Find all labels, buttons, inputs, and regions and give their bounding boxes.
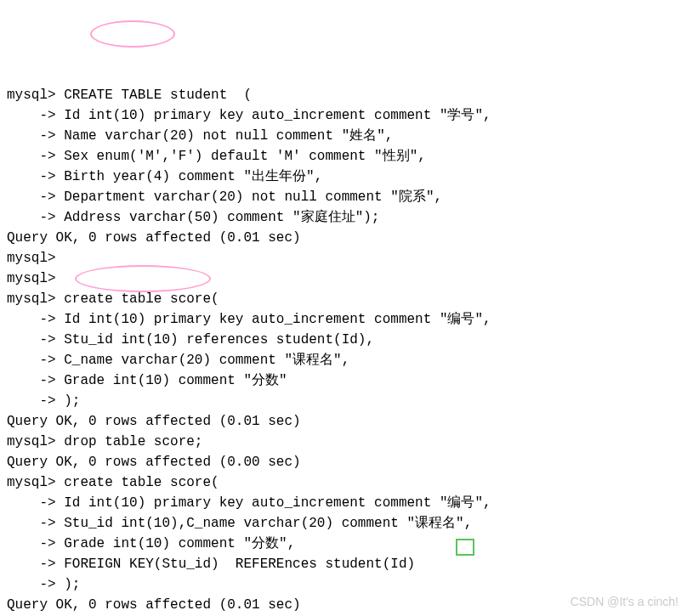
- terminal-line: mysql> create table score(: [7, 472, 680, 493]
- terminal-line: -> Sex enum('M','F') default 'M' comment…: [7, 146, 680, 167]
- terminal-line: -> Id int(10) primary key auto_increment…: [7, 105, 680, 126]
- terminal-line: mysql>: [7, 248, 680, 268]
- terminal-line: -> Address varchar(50) comment "家庭住址");: [7, 207, 680, 228]
- annotation-circle-1: [90, 20, 175, 48]
- terminal-line: -> Stu_id int(10) references student(Id)…: [7, 330, 680, 350]
- watermark: CSDN @It's a cinch!: [571, 593, 678, 611]
- terminal-line: -> Name varchar(20) not null comment "姓名…: [7, 126, 680, 146]
- terminal-line: -> FOREIGN KEY(Stu_id) REFEREnces studen…: [7, 554, 680, 574]
- terminal-line: -> );: [7, 574, 680, 595]
- terminal-line: -> Grade int(10) comment "分数",: [7, 534, 680, 554]
- terminal-output: mysql> CREATE TABLE student ( -> Id int(…: [7, 85, 680, 615]
- terminal-line: mysql>: [7, 268, 680, 289]
- terminal-line: -> Grade int(10) comment "分数": [7, 370, 680, 391]
- terminal-line: -> );: [7, 391, 680, 411]
- terminal-line: mysql> drop table score;: [7, 432, 680, 452]
- terminal-line: mysql> CREATE TABLE student (: [7, 85, 680, 105]
- terminal-line: Query OK, 0 rows affected (0.01 sec): [7, 228, 680, 248]
- terminal-line: Query OK, 0 rows affected (0.00 sec): [7, 452, 680, 472]
- terminal-line: Query OK, 0 rows affected (0.01 sec): [7, 411, 680, 432]
- terminal-line: mysql> create table score(: [7, 289, 680, 309]
- terminal-line: -> Id int(10) primary key auto_increment…: [7, 493, 680, 513]
- terminal-line: -> Id int(10) primary key auto_increment…: [7, 309, 680, 330]
- terminal-line: -> C_name varchar(20) comment "课程名",: [7, 350, 680, 370]
- terminal-line: -> Birth year(4) comment "出生年份",: [7, 167, 680, 187]
- terminal-line: -> Stu_id int(10),C_name varchar(20) com…: [7, 513, 680, 534]
- terminal-line: -> Department varchar(20) not null comme…: [7, 187, 680, 207]
